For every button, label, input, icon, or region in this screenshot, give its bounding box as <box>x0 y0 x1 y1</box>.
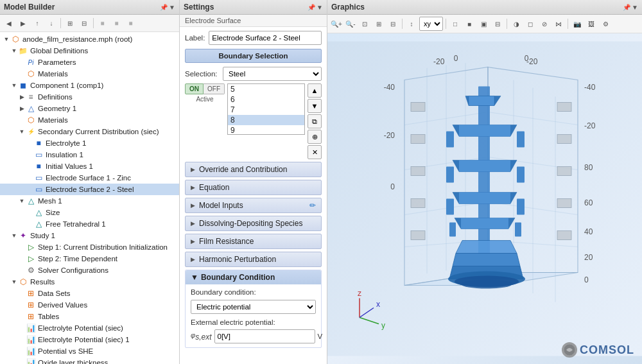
grid-view-button[interactable]: ≡ <box>125 17 137 30</box>
boundary-item-9[interactable]: 9 <box>228 125 304 135</box>
mesh-view-button[interactable]: ⊟ <box>491 17 504 30</box>
model-builder-pin[interactable]: 📌 <box>160 4 168 11</box>
sidebar-item-geometry1[interactable]: ▶ △ Geometry 1 <box>0 103 179 114</box>
snapshot-button[interactable]: 📷 <box>571 17 584 30</box>
boundary-item-8[interactable]: 8 <box>228 115 304 125</box>
boundary-item-5[interactable]: 5 <box>228 84 304 94</box>
list-scroll-up[interactable]: ▲ <box>308 83 322 98</box>
on-button[interactable]: ON <box>185 83 204 94</box>
sidebar-item-step2[interactable]: ▷ Step 2: Time Dependent <box>0 253 179 264</box>
graphics-pin[interactable]: 📌 <box>623 4 630 11</box>
deform-button[interactable]: ⋈ <box>552 17 565 30</box>
off-button[interactable]: OFF <box>204 83 225 94</box>
equation-section-button[interactable]: ▶ Equation <box>185 180 322 195</box>
settings-pin[interactable]: 📌 <box>308 4 315 11</box>
sidebar-item-size[interactable]: △ Size <box>0 207 179 218</box>
sidebar-item-elec-pot-siec[interactable]: 📊 Electrolyte Potential (siec) <box>0 322 179 334</box>
label-field-input[interactable] <box>209 31 322 45</box>
transparency-button[interactable]: ◻ <box>524 17 537 30</box>
sidebar-item-oxide-layer[interactable]: 📊 Oxide layer thickness <box>0 357 179 364</box>
sidebar-item-solver-configurations[interactable]: ⚙ Solver Configurations <box>0 264 179 276</box>
film-resistance-section-button[interactable]: ▶ Film Resistance <box>185 234 322 249</box>
elec1-icon: ■ <box>33 138 44 148</box>
dissolving-section-button[interactable]: ▶ Dissolving-Depositing Species <box>185 216 322 231</box>
zoom-select-button[interactable]: ⊟ <box>386 17 399 30</box>
list-scroll-down[interactable]: ▼ <box>308 99 322 113</box>
boundary-item-7[interactable]: 7 <box>228 105 304 115</box>
selection-dropdown[interactable]: Steel Zinc All boundaries <box>223 67 322 81</box>
zoom-out-button[interactable]: 🔍- <box>344 17 357 30</box>
scene-light-button[interactable]: ◑ <box>510 17 523 30</box>
svg-rect-48 <box>461 218 508 229</box>
model-builder-close[interactable]: ▼ <box>169 4 175 11</box>
sidebar-item-materials[interactable]: ⬡ Materials <box>0 114 179 126</box>
list-paste[interactable]: ⊕ <box>308 130 322 144</box>
graphics-settings-button[interactable]: ⚙ <box>599 17 612 30</box>
tet-icon: △ <box>33 219 44 229</box>
settings-close[interactable]: ▼ <box>317 4 323 11</box>
override-section-button[interactable]: ▶ Override and Contribution <box>185 162 322 177</box>
svg-rect-63 <box>557 135 571 144</box>
sidebar-item-parameters[interactable]: Pi Parameters <box>0 56 179 68</box>
boundary-item-6[interactable]: 6 <box>228 94 304 105</box>
svg-rect-57 <box>411 103 425 112</box>
zoom-in-button[interactable]: 🔍+ <box>330 17 343 30</box>
graphics-close[interactable]: ▼ <box>632 4 638 11</box>
tbl-label: Tables <box>38 313 59 320</box>
sidebar-item-insulation1[interactable]: ▭ Insulation 1 <box>0 149 179 160</box>
sidebar-item-global-defs[interactable]: ▼ 📁 Global Definitions <box>0 45 179 56</box>
sidebar-item-datasets[interactable]: ⊞ Data Sets <box>0 288 179 299</box>
sidebar-item-tables[interactable]: ⊞ Tables <box>0 311 179 322</box>
sidebar-item-study1[interactable]: ▼ ✦ Study 1 <box>0 230 179 241</box>
harmonic-section-button[interactable]: ▶ Harmonic Perturbation <box>185 252 322 267</box>
nav-forward-button[interactable]: ▶ <box>17 17 30 30</box>
sidebar-item-electrolyte1[interactable]: ■ Electrolyte 1 <box>0 137 179 149</box>
boundary-selection-header: Boundary Selection <box>185 49 322 63</box>
rotate-button[interactable]: ↕ <box>405 17 418 30</box>
epsiec1-arrow <box>18 336 26 343</box>
expand-button[interactable]: ⊞ <box>64 17 76 30</box>
sidebar-item-component1[interactable]: ▼ ◼ Component 1 (comp1) <box>0 80 179 91</box>
sidebar-item-definitions[interactable]: ▶ ≡ Definitions <box>0 91 179 103</box>
model-inputs-section-button[interactable]: ▶ Model Inputs ✏ <box>185 198 322 213</box>
svg-marker-52 <box>453 254 520 266</box>
nav-back-button[interactable]: ◀ <box>3 17 15 30</box>
list-copy[interactable]: ⧉ <box>308 114 322 128</box>
sidebar-item-electrode-zinc[interactable]: ▭ Electrode Surface 1 - Zinc <box>0 172 179 184</box>
detail-view-button[interactable]: ≡ <box>110 17 123 30</box>
tet-arrow <box>26 220 33 228</box>
zoom-box-button[interactable]: ⊞ <box>372 17 385 30</box>
sidebar-item-initial-values[interactable]: ■ Initial Values 1 <box>0 160 179 172</box>
sidebar-item-free-tet[interactable]: △ Free Tetrahedral 1 <box>0 218 179 230</box>
steel-label: Electrode Surface 2 - Steel <box>46 186 134 193</box>
bc-condition-dropdown[interactable]: Electric potential Current density Elect… <box>191 300 316 314</box>
tree-root[interactable]: ▼ ⬡ anode_film_resistance.mph (root) <box>0 33 179 45</box>
sidebar-item-electrode-steel[interactable]: ▭ Electrode Surface 2 - Steel <box>0 184 179 195</box>
svg-rect-40 <box>459 160 510 172</box>
sidebar-item-derived-values[interactable]: ⊞ Derived Values <box>0 299 179 311</box>
zoom-fit-button[interactable]: ⊡ <box>358 17 371 30</box>
sidebar-item-materials-global[interactable]: ⬡ Materials <box>0 68 179 80</box>
sidebar-item-results[interactable]: ▼ ⬡ Results <box>0 276 179 288</box>
wireframe-button[interactable]: □ <box>449 17 462 30</box>
comp1-label: Component 1 (comp1) <box>30 82 103 89</box>
step1-arrow <box>18 243 26 251</box>
section-plane-button[interactable]: ⊘ <box>538 17 551 30</box>
sidebar-item-mesh1[interactable]: ▼ △ Mesh 1 <box>0 195 179 207</box>
view-select[interactable]: xy xz yz <box>419 17 443 31</box>
graphics-canvas[interactable]: 0 0 <box>327 33 642 364</box>
model-inputs-edit-icon[interactable]: ✏ <box>309 201 316 210</box>
nav-up-button[interactable]: ↑ <box>31 17 44 30</box>
surface-button[interactable]: ■ <box>463 17 476 30</box>
sidebar-item-step1[interactable]: ▷ Step 1: Current Distribution Initializ… <box>0 241 179 253</box>
list-delete[interactable]: ✕ <box>308 145 322 159</box>
sidebar-item-elec-pot-siec1[interactable]: 📊 Electrolyte Potential (siec) 1 <box>0 334 179 345</box>
export-image-button[interactable]: 🖼 <box>585 17 598 30</box>
hidden-line-button[interactable]: ▣ <box>477 17 490 30</box>
ext-potential-input[interactable] <box>214 329 315 343</box>
sidebar-item-potential-she[interactable]: 📊 Potential vs SHE <box>0 345 179 357</box>
nav-down-button[interactable]: ↓ <box>45 17 58 30</box>
collapse-button[interactable]: ⊟ <box>78 17 91 30</box>
sidebar-item-secondary-current[interactable]: ▼ ⚡ Secondary Current Distribution (siec… <box>0 126 179 137</box>
list-view-button[interactable]: ≡ <box>96 17 109 30</box>
